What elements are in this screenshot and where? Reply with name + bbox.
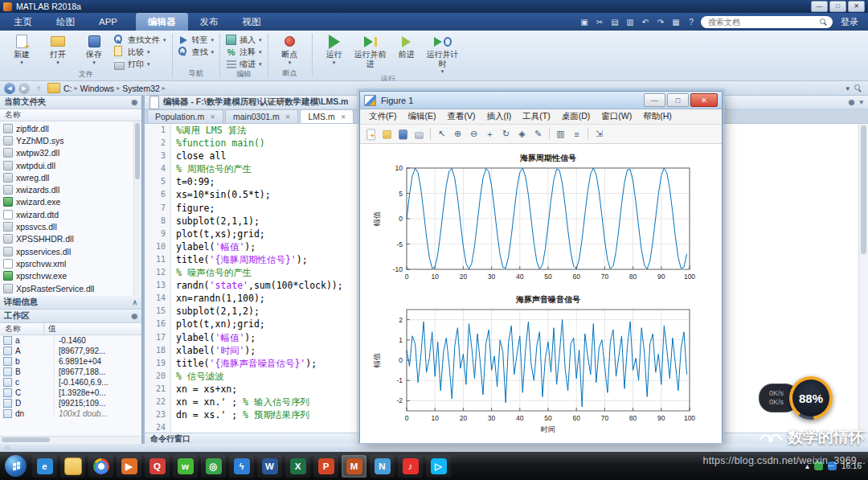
file-row[interactable]: YzZhMD.sys [0, 134, 141, 146]
excel-icon[interactable]: X [285, 455, 310, 478]
tab-close-icon[interactable]: ✕ [285, 113, 291, 121]
find-button[interactable]: 查找▾ [178, 47, 215, 57]
run-time-button[interactable]: 运行并计时▾ [427, 32, 459, 74]
file-row[interactable]: xwtpw32.dll [0, 147, 141, 159]
file-row[interactable]: XPSSHHDR.dll [0, 233, 141, 245]
back-icon[interactable]: ◀ [4, 83, 15, 94]
file-row[interactable]: xpsrchvw.exe [0, 270, 141, 282]
zoom-out-icon[interactable]: ⊖ [466, 127, 481, 142]
pointer-icon[interactable]: ↖ [434, 127, 449, 142]
file-row[interactable]: xpsservices.dll [0, 245, 141, 257]
variable-row[interactable]: A[89677,992... [0, 346, 141, 356]
ribbon-tab-home[interactable]: 主页 [2, 13, 44, 31]
variable-row[interactable]: C[1.3928e+0... [0, 388, 141, 398]
colorbar-icon[interactable]: ▥ [553, 127, 568, 142]
ribbon-tab-editor[interactable]: 编辑器 [136, 13, 188, 31]
minimize-button[interactable]: — [811, 1, 828, 12]
chrome-icon[interactable] [88, 455, 113, 478]
address-dropdown-icon[interactable]: ▾ [845, 84, 850, 92]
video-icon[interactable]: ▷ [426, 455, 451, 478]
login-button[interactable]: 登录 [836, 16, 863, 28]
thunder-icon[interactable]: ϟ [229, 455, 254, 478]
indent-button[interactable]: 缩进▾ [226, 59, 262, 69]
brush-icon[interactable]: ✎ [530, 127, 546, 142]
open-icon[interactable] [379, 127, 395, 142]
figure-menu-window[interactable]: 窗口(W) [596, 111, 637, 122]
qq-icon[interactable]: Q [145, 455, 170, 478]
zoom-in-icon[interactable]: ⊕ [450, 127, 465, 142]
figure-menu-tools[interactable]: 工具(T) [517, 111, 555, 122]
undo-icon[interactable]: ↶ [639, 15, 652, 28]
collapse-icon[interactable]: ∧ [132, 298, 137, 306]
compare-button[interactable]: 比较▾ [114, 47, 166, 57]
editor-tab-lms[interactable]: LMS.m✕ [300, 109, 354, 123]
variable-row[interactable]: dn100x1 doub... [0, 408, 141, 419]
file-row[interactable]: XpsRasterService.dll [0, 282, 141, 294]
legend-icon[interactable]: ≡ [569, 127, 584, 142]
word-icon[interactable]: W [257, 455, 282, 478]
file-row[interactable]: xwizards.dll [0, 183, 141, 195]
tab-close-icon[interactable]: ✕ [341, 113, 346, 121]
close-button[interactable]: ✕ [848, 1, 865, 12]
figure-menu-edit[interactable]: 编辑(E) [402, 111, 441, 122]
variable-row[interactable]: B[89677,188... [0, 367, 141, 377]
print-icon[interactable] [411, 127, 427, 142]
variable-row[interactable]: b6.9891e+04 [0, 356, 141, 367]
figure-maximize-button[interactable]: □ [667, 93, 689, 107]
workspace-hscrollbar[interactable] [0, 436, 141, 444]
editor-menu-icon[interactable]: ◉ [849, 98, 855, 106]
switch-windows-icon[interactable]: ▦ [669, 15, 682, 28]
advance-button[interactable]: 前进 [391, 32, 423, 59]
file-row[interactable]: xpsrchvw.xml [0, 257, 141, 269]
breadcrumb-segment[interactable]: System32 [122, 84, 160, 93]
start-button[interactable] [5, 455, 27, 477]
workspace-column-header[interactable]: 名称 值 [0, 323, 141, 335]
comment-button[interactable]: 注释▾ [226, 47, 262, 57]
address-search-icon[interactable] [854, 84, 862, 92]
file-column-header[interactable]: 名称 [0, 109, 141, 121]
print-button[interactable]: 打印▾ [114, 59, 166, 69]
ie-icon[interactable]: e [32, 455, 57, 478]
pan-icon[interactable]: + [482, 127, 497, 142]
help-icon[interactable]: ? [685, 15, 698, 28]
find-files-button[interactable]: 查找文件▾ [114, 35, 166, 45]
datatip-icon[interactable]: ◈ [514, 127, 530, 142]
breadcrumb-segment[interactable]: Windows [80, 84, 115, 93]
run-advance-button[interactable]: 运行并前进 [354, 32, 387, 68]
file-row[interactable]: zipfldr.dll [0, 122, 141, 134]
run-button[interactable]: 运行▾ [318, 32, 350, 65]
file-row[interactable]: xpssvcs.dll [0, 220, 141, 232]
panel-menu-icon[interactable]: ◉ [131, 312, 137, 320]
variable-row[interactable]: a-0.1460 [0, 335, 141, 346]
dock-icon[interactable]: ⇲ [592, 127, 607, 142]
ribbon-tab-view[interactable]: 视图 [231, 13, 273, 31]
variable-row[interactable]: D[99215;109... [0, 398, 141, 408]
wechat-icon[interactable]: w [173, 455, 198, 478]
figure-menu-desktop[interactable]: 桌面(D) [556, 111, 596, 122]
editor-dropdown-icon[interactable]: ▾ [859, 98, 863, 106]
browse-folder-icon[interactable] [47, 83, 60, 93]
resize-grip-icon[interactable]: ⁝⁝⁝ [5, 445, 10, 451]
up-folder-icon[interactable]: ↑ [33, 83, 44, 94]
360-safe-icon[interactable]: ◎ [201, 455, 226, 478]
ribbon-tab-publish[interactable]: 发布 [188, 13, 231, 31]
powerpoint-icon[interactable]: P [313, 455, 338, 478]
save-icon[interactable]: ▣ [578, 15, 591, 28]
figure-menu-insert[interactable]: 插入(I) [481, 111, 517, 122]
scrollbar-thumb[interactable] [2, 437, 50, 442]
copy-icon[interactable]: ▤ [608, 15, 621, 28]
editor-tab-main0301[interactable]: main0301.m✕ [225, 109, 298, 123]
insert-button[interactable]: 插入▾ [226, 35, 262, 45]
open-button[interactable]: 打开▾ [42, 32, 74, 65]
maximize-button[interactable]: □ [829, 1, 846, 12]
editor-tab-population[interactable]: Population.m✕ [147, 109, 223, 123]
rotate3d-icon[interactable]: ↻ [498, 127, 514, 142]
file-row[interactable]: xwtpdui.dll [0, 159, 141, 171]
tab-close-icon[interactable]: ✕ [210, 113, 215, 121]
figure-menu-file[interactable]: 文件(F) [363, 111, 402, 122]
figure-titlebar[interactable]: Figure 1 — □ ✕ [360, 92, 722, 109]
cut-icon[interactable]: ✂ [593, 15, 606, 28]
netspeed-ball[interactable]: 0K/s 0K/s 88% [759, 376, 833, 420]
save-icon[interactable] [395, 127, 411, 142]
ribbon-tab-plots[interactable]: 绘图 [44, 13, 87, 31]
